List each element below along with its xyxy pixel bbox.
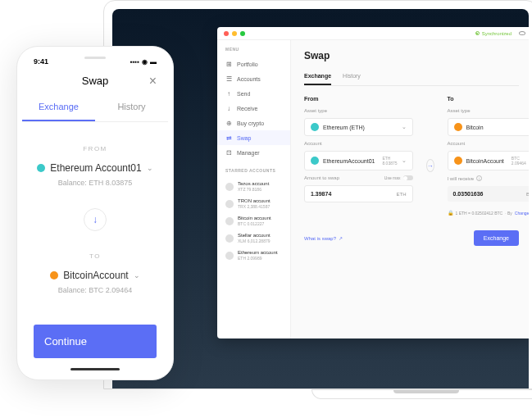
from-account-label: Account [304,141,413,146]
to-account-select[interactable]: BitcoinAccount ⌄ [37,270,153,281]
provider-link[interactable]: Changelly [515,211,529,216]
to-column: To Asset type Bitcoin ⌄ Account [448,96,529,216]
chevron-down-icon: ⌄ [402,157,407,164]
sidebar-item-swap[interactable]: ⇄Swap [217,130,290,145]
use-max-toggle[interactable]: Use max [384,175,413,180]
titlebar: Synchronized [217,27,529,40]
receive-label: I will receivei [448,175,529,181]
status-icons: ▪▪▪▪ ◉ ▬ [130,58,157,66]
from-balance: Balance: ETH 8.03875 [37,179,153,187]
sidebar-item-portfolio[interactable]: ⊞Portfolio [217,57,290,71]
send-icon: ↑ [225,90,232,97]
amount-input[interactable]: 1.39874 ETH [304,185,413,202]
from-column: From Asset type Ethereum (ETH) ⌄ Account [304,96,413,216]
from-asset-type-label: Asset type [304,108,413,113]
amount-label: Amount to swap [304,175,339,180]
swap-form: From Asset type Ethereum (ETH) ⌄ Account [304,96,519,216]
from-section-label: FROM [37,145,153,152]
from-account-select[interactable]: EthereumAccount01 ETH 8.03875 ⌄ [304,151,413,170]
manager-icon: ⊡ [225,149,232,156]
to-asset-type-label: Asset type [448,108,529,113]
starred-account-tezos[interactable]: Tezos accountXTZ 79.8186 [217,178,290,195]
starred-account-ethereum[interactable]: Ethereum accountETH 2.09989 [217,247,290,264]
ethereum-icon [225,252,234,260]
visibility-icon[interactable] [519,31,525,35]
receive-output: 0.03501636 BTC [448,186,529,202]
to-account-select[interactable]: BitcoinAccount BTC 2.09464 ⌄ [448,151,529,170]
to-asset-select[interactable]: Bitcoin ⌄ [448,118,529,136]
buy-icon: ⊕ [225,120,232,126]
minimize-window-button[interactable] [232,31,237,36]
phone-content: FROM Ethereum Account01 ⌄ Balance: ETH 8… [22,122,168,302]
phone-screen: 9:41 ▪▪▪▪ ◉ ▬ Swap × Exchange History FR… [22,52,168,375]
starred-account-stellar[interactable]: Stellar accountXLM 6,012.28879 [217,229,290,247]
swap-direction-button[interactable]: ↓ [84,208,107,231]
continue-button[interactable]: Continue [34,325,157,358]
bitcoin-coin-icon [50,271,58,279]
phone-header: Swap × [22,68,168,93]
tab-history[interactable]: History [343,73,361,85]
page-title: Swap [304,50,519,61]
battery-icon: ▬ [150,58,157,66]
laptop-notch [393,390,459,393]
tab-exchange[interactable]: Exchange [304,73,331,85]
desktop-app-window: Synchronized MENU ⊞Portfolio ☰Accounts ↑… [217,27,529,338]
toggle-icon [403,175,413,180]
close-icon[interactable]: × [149,74,157,89]
tabs: Exchange History [304,73,519,86]
sidebar-item-manager[interactable]: ⊡Manager [217,145,290,160]
phone-notch [66,52,124,63]
laptop-screen: Synchronized MENU ⊞Portfolio ☰Accounts ↑… [112,9,529,388]
ethereum-coin-icon [311,123,319,131]
from-label: From [304,96,413,102]
sync-icon [475,31,480,35]
ethereum-coin-icon [311,157,319,165]
signal-icon: ▪▪▪▪ [130,58,139,66]
what-is-swap-link[interactable]: What is swap?↗ [304,235,343,241]
phone-tab-history[interactable]: History [95,93,168,121]
lock-icon: 🔒 [448,210,453,216]
receive-icon: ↓ [225,105,232,111]
speaker [84,57,106,59]
bitcoin-icon [225,217,234,225]
phone-tabs: Exchange History [22,93,168,122]
info-icon[interactable]: i [476,175,482,181]
to-account-label: Account [448,141,529,146]
from-asset-select[interactable]: Ethereum (ETH) ⌄ [304,118,413,136]
sync-status: Synchronized [475,31,525,36]
app-body: MENU ⊞Portfolio ☰Accounts ↑Send ↓Receive… [217,40,529,338]
bitcoin-coin-icon [454,157,462,165]
main-content: Swap Exchange History From Asset type [291,40,529,338]
sidebar-item-send[interactable]: ↑Send [217,86,290,101]
wifi-icon: ◉ [142,58,148,66]
sync-label: Synchronized [482,31,512,36]
close-window-button[interactable] [224,31,229,36]
maximize-window-button[interactable] [240,31,245,36]
from-account-select[interactable]: Ethereum Account01 ⌄ [37,162,153,174]
stellar-icon [225,234,234,243]
swap-direction-button[interactable]: → [426,159,434,172]
menu-section-label: MENU [217,47,290,57]
to-balance: Balance: BTC 2.09464 [37,286,153,294]
traffic-lights [224,31,245,36]
sidebar-item-accounts[interactable]: ☰Accounts [217,71,290,86]
sidebar-item-receive[interactable]: ↓Receive [217,101,290,116]
tron-icon [225,200,234,208]
phone-mockup: 9:41 ▪▪▪▪ ◉ ▬ Swap × Exchange History FR… [16,46,174,380]
phone-title: Swap [82,75,109,87]
phone-tab-exchange[interactable]: Exchange [22,93,95,121]
clock: 9:41 [34,57,48,66]
exchange-button[interactable]: Exchange [474,230,519,246]
starred-section-label: STARRED ACCOUNTS [217,160,290,178]
starred-account-tron[interactable]: TRON accountTRX 2,388.41587 [217,195,290,212]
starred-account-bitcoin[interactable]: Bitcoin accountBTC 0.012227 [217,212,290,229]
sidebar: MENU ⊞Portfolio ☰Accounts ↑Send ↓Receive… [217,40,291,338]
to-section-label: TO [37,252,153,260]
exchange-rate: 🔒 1 ETH = 0.02502412 BTC · By Changelly … [448,210,529,216]
laptop-base [311,389,532,399]
chevron-down-icon: ⌄ [134,271,140,279]
chevron-down-icon: ⌄ [402,124,407,130]
sidebar-item-buy[interactable]: ⊕Buy crypto [217,116,290,130]
external-link-icon: ↗ [339,235,343,241]
bitcoin-coin-icon [454,123,462,131]
